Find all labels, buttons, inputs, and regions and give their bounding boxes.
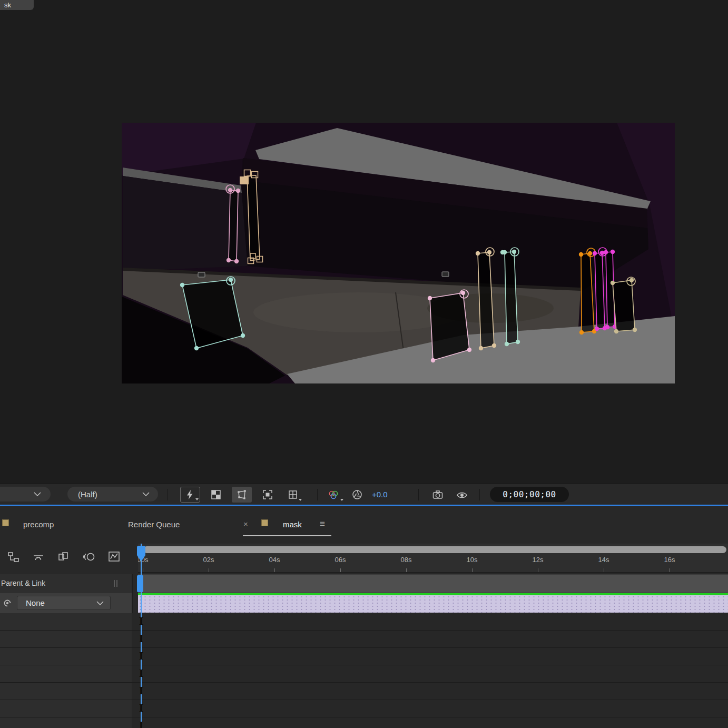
parent-link-dropdown[interactable]: None <box>17 596 111 610</box>
viewer-tab-label: sk <box>4 1 11 9</box>
exposure-value[interactable]: +0.0 <box>372 490 388 499</box>
wall-sign-right <box>442 272 449 277</box>
motion-blur-icon <box>83 550 95 563</box>
mask-path-icon <box>236 489 248 500</box>
cti-ibeam-marker: I <box>137 686 145 696</box>
show-snapshot-eye-icon <box>456 489 468 500</box>
mini-flowchart-icon <box>7 550 19 563</box>
wall-sign-left <box>198 272 205 277</box>
rgb-channels-icon <box>327 489 340 500</box>
composition-mini-flowchart-button[interactable] <box>4 549 22 565</box>
graph-editor-icon <box>108 550 121 563</box>
composition-viewer-panel: sk <box>0 0 728 505</box>
cti-ibeam-marker: I <box>137 634 145 644</box>
ruler-tick-mark <box>406 568 407 572</box>
region-of-interest-icon <box>262 489 273 500</box>
ruler-tick-mark <box>538 568 538 572</box>
composition-icon <box>2 519 9 526</box>
aperture-icon <box>351 489 363 500</box>
parent-link-column-header: Parent & Link <box>1 579 45 587</box>
toolbar-separator <box>418 489 419 500</box>
timeline-empty-row[interactable]: I <box>0 631 728 648</box>
motion-blur-button[interactable] <box>80 549 98 565</box>
grid-and-guide-options-button[interactable] <box>283 487 303 503</box>
pick-whip-icon[interactable] <box>2 597 13 609</box>
cti-ibeam-marker: I <box>137 616 145 627</box>
fast-previews-icon <box>184 489 196 500</box>
tab-mask-active[interactable]: mask <box>283 520 302 529</box>
show-channel-button[interactable] <box>323 487 343 503</box>
transparency-grid-button[interactable] <box>206 487 226 503</box>
timeline-empty-row-controls <box>0 631 132 647</box>
region-of-interest-button[interactable] <box>258 487 278 503</box>
timeline-empty-row[interactable]: I <box>0 665 728 683</box>
take-snapshot-button[interactable] <box>428 487 448 503</box>
shy-layers-button[interactable] <box>29 549 47 565</box>
toggle-mask-path-visibility-button[interactable] <box>232 487 252 503</box>
layer-row-controls: None <box>0 593 132 613</box>
grid-guides-icon <box>287 489 299 500</box>
ruler-tick-mark <box>209 568 209 572</box>
timecode-field[interactable]: 0;00;00;00 <box>490 487 569 502</box>
chevron-down-icon <box>195 498 199 500</box>
timeline-empty-row-controls <box>0 665 132 682</box>
layer-duration-bar[interactable] <box>138 595 728 613</box>
resolution-dropdown[interactable]: (Half) <box>67 487 158 501</box>
viewer-toolbar: (Half) <box>0 484 728 505</box>
ruler-tick-label: 08s <box>401 556 412 564</box>
fast-previews-button[interactable] <box>180 487 200 503</box>
timeline-empty-row[interactable]: I <box>0 717 728 728</box>
column-header-row: Parent & Link <box>0 574 132 593</box>
ruler-tick-mark <box>274 568 275 572</box>
panel-menu-icon[interactable]: ≡ <box>320 519 325 529</box>
cti-ibeam-marker: I <box>137 721 145 728</box>
ruler-tick-mark <box>340 568 341 572</box>
ruler-tick-label: 06s <box>335 556 346 564</box>
time-ruler[interactable]: 00s02s04s06s08s10s12s14s16s <box>138 544 728 573</box>
toolbar-separator <box>317 489 318 500</box>
work-area-bar[interactable] <box>138 574 728 593</box>
resolution-value: (Half) <box>67 490 97 499</box>
adjust-exposure-button[interactable] <box>349 487 366 503</box>
tab-precomp[interactable]: precomp <box>23 520 54 529</box>
timeline-empty-row-controls <box>0 700 132 717</box>
show-last-snapshot-button[interactable] <box>452 487 472 503</box>
chevron-down-icon <box>34 492 41 497</box>
timeline-empty-row[interactable]: I <box>0 700 728 717</box>
tab-render-queue[interactable]: Render Queue <box>128 520 180 529</box>
toolbar-separator <box>479 489 480 500</box>
ruler-tick-label: 10s <box>467 556 478 564</box>
ruler-tick-label: 02s <box>203 556 214 564</box>
ruler-tick-mark <box>472 568 473 572</box>
timeline-navigator-bar[interactable] <box>143 546 726 553</box>
ruler-tick-label: 16s <box>664 556 675 564</box>
ruler-tick-label: 12s <box>533 556 544 564</box>
timeline-empty-row-controls <box>0 683 132 700</box>
ruler-tick-label: 14s <box>598 556 609 564</box>
graph-editor-button[interactable] <box>105 549 123 565</box>
frame-blending-button[interactable] <box>55 549 73 565</box>
frame-blending-icon <box>57 550 70 563</box>
timeline-empty-rows: IIIIIII <box>0 613 728 728</box>
column-resize-grip[interactable] <box>114 580 115 587</box>
cti-ibeam-marker: I <box>137 668 145 679</box>
viewer-tab-fragment[interactable]: sk <box>0 0 34 10</box>
cti-ibeam-marker: I <box>137 703 145 714</box>
timecode-value: 0;00;00;00 <box>503 489 556 499</box>
timeline-empty-row[interactable]: I <box>0 648 728 665</box>
composition-frame <box>122 123 675 383</box>
ruler-tick-mark <box>670 568 670 572</box>
ruler-tick-mark <box>604 568 604 572</box>
work-area-start-handle[interactable] <box>137 575 143 592</box>
timeline-tab-bar: precomp Render Queue × mask ≡ <box>0 506 728 536</box>
timeline-empty-row[interactable]: I <box>0 683 728 700</box>
column-resize-grip[interactable] <box>116 580 117 587</box>
cti-ibeam-marker: I <box>137 651 145 662</box>
close-tab-icon[interactable]: × <box>243 519 248 528</box>
ruler-tick-label: 04s <box>269 556 280 564</box>
timeline-empty-row[interactable]: I <box>0 613 728 631</box>
chevron-down-icon <box>299 499 302 501</box>
active-tab-underline <box>243 535 331 536</box>
magnification-dropdown[interactable] <box>0 487 51 501</box>
composition-icon <box>261 519 268 526</box>
